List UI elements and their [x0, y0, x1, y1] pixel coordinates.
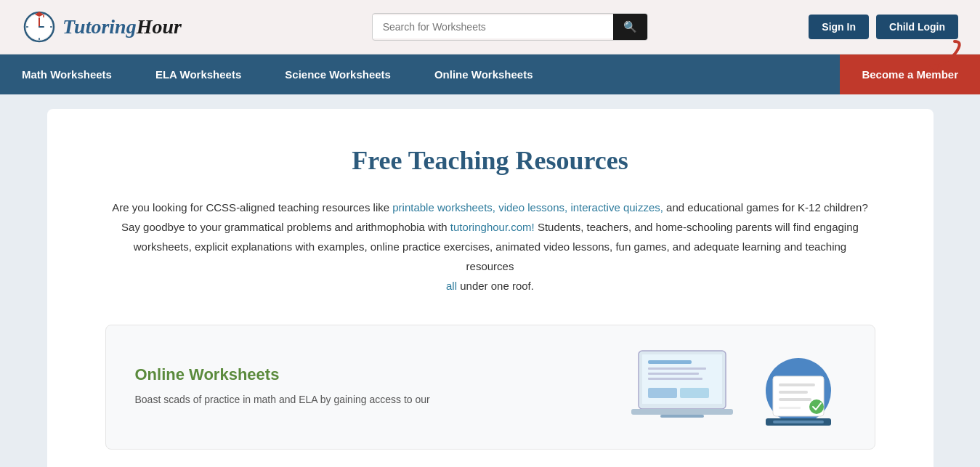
laptop-illustration — [628, 347, 737, 427]
svg-rect-23 — [779, 383, 815, 386]
quiz-illustration — [751, 354, 846, 427]
svg-rect-18 — [680, 388, 709, 398]
svg-rect-29 — [773, 421, 824, 423]
search-wrapper: 🔍 — [372, 13, 648, 41]
header-actions: Sign In Child Login — [809, 15, 958, 39]
svg-marker-10 — [929, 64, 939, 73]
nav-ela-worksheets[interactable]: ELA Worksheets — [134, 54, 263, 94]
main-navbar: Math Worksheets ELA Worksheets Science W… — [0, 54, 980, 94]
logo[interactable]: TutoringHour — [22, 9, 211, 44]
page-description: Are you looking for CCSS-aligned teachin… — [109, 198, 872, 296]
feature-description: Boast scads of practice in math and ELA … — [135, 391, 599, 409]
link-site: tutoringhour.com! — [450, 221, 535, 233]
site-header: TutoringHour 🔍 Sign In Child Login — [0, 0, 980, 54]
svg-rect-13 — [648, 360, 692, 364]
svg-point-26 — [809, 399, 824, 414]
svg-rect-17 — [648, 388, 677, 398]
nav-online-worksheets[interactable]: Online Worksheets — [413, 54, 555, 94]
main-content: Free Teaching Resources Are you looking … — [0, 94, 980, 467]
sign-in-button[interactable]: Sign In — [809, 15, 869, 39]
link-all: all — [446, 280, 457, 292]
svg-rect-19 — [631, 409, 733, 415]
svg-rect-15 — [648, 373, 699, 375]
svg-rect-25 — [779, 398, 811, 401]
svg-rect-27 — [779, 407, 801, 409]
search-input[interactable] — [373, 15, 613, 38]
nav-science-worksheets[interactable]: Science Worksheets — [263, 54, 413, 94]
svg-rect-16 — [648, 378, 702, 380]
svg-rect-14 — [648, 367, 706, 370]
page-title: Free Teaching Resources — [105, 145, 875, 176]
logo-text: TutoringHour — [62, 15, 182, 38]
child-login-button[interactable]: Child Login — [876, 15, 958, 39]
arrow-indicator — [911, 38, 962, 74]
online-worksheets-card: Online Worksheets Boast scads of practic… — [105, 325, 875, 450]
search-area: 🔍 — [211, 13, 809, 41]
feature-images — [628, 347, 846, 427]
search-button[interactable]: 🔍 — [613, 14, 647, 40]
feature-title: Online Worksheets — [135, 365, 599, 384]
description-text: Are you looking for CCSS-aligned teachin… — [112, 201, 868, 292]
svg-rect-20 — [660, 415, 704, 418]
logo-icon — [22, 9, 57, 44]
feature-text: Online Worksheets Boast scads of practic… — [135, 365, 599, 409]
content-card: Free Teaching Resources Are you looking … — [47, 109, 934, 467]
nav-math-worksheets[interactable]: Math Worksheets — [0, 54, 134, 94]
link-printable: printable worksheets, video lessons, int… — [392, 201, 663, 214]
svg-rect-24 — [779, 391, 808, 394]
